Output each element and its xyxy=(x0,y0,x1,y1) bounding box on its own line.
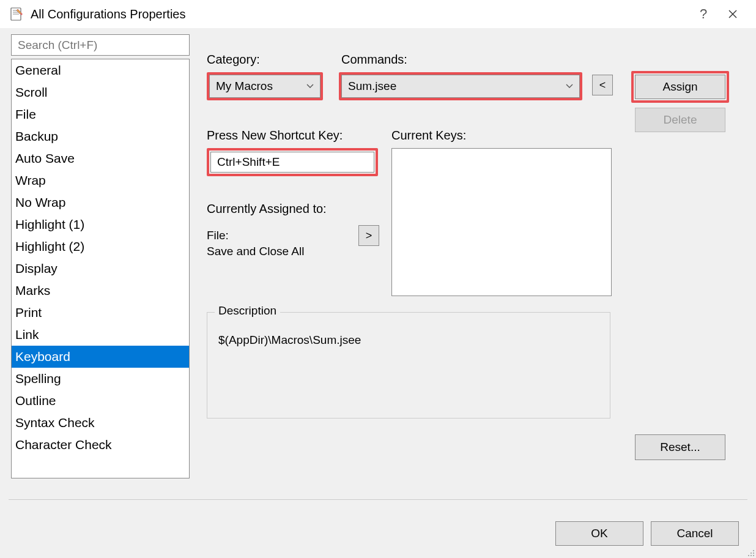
sidebar-item-link[interactable]: Link xyxy=(12,324,189,346)
dialog-body: GeneralScrollFileBackupAuto SaveWrapNo W… xyxy=(0,28,756,558)
svg-point-10 xyxy=(753,552,754,554)
close-button[interactable] xyxy=(718,1,747,27)
description-group: Description $(AppDir)\Macros\Sum.jsee xyxy=(207,312,610,418)
commands-combo[interactable]: Sum.jsee xyxy=(341,75,580,98)
dialog-footer: OK Cancel xyxy=(555,521,739,546)
dialog-title: All Configurations Properties xyxy=(31,7,689,21)
category-label: Category: xyxy=(207,53,323,67)
remove-command-button[interactable]: < xyxy=(592,75,613,95)
sidebar-item-general[interactable]: General xyxy=(12,59,189,81)
category-list[interactable]: GeneralScrollFileBackupAuto SaveWrapNo W… xyxy=(11,59,190,478)
sidebar-item-auto-save[interactable]: Auto Save xyxy=(12,147,189,169)
sidebar-item-marks[interactable]: Marks xyxy=(12,280,189,302)
shortcut-input[interactable] xyxy=(210,152,374,173)
delete-button: Delete xyxy=(635,108,725,132)
category-value: My Macros xyxy=(216,80,273,93)
currently-assigned-label: Currently Assigned to: xyxy=(207,202,327,216)
assigned-line1: File: xyxy=(207,229,305,242)
svg-point-7 xyxy=(750,555,752,556)
assign-button[interactable]: Assign xyxy=(635,75,725,99)
sidebar-item-character-check[interactable]: Character Check xyxy=(12,434,189,456)
sidebar-item-print[interactable]: Print xyxy=(12,302,189,324)
sidebar-item-syntax-check[interactable]: Syntax Check xyxy=(12,412,189,434)
current-keys-label: Current Keys: xyxy=(391,128,466,143)
description-legend: Description xyxy=(215,304,280,318)
svg-point-11 xyxy=(753,550,754,551)
show-more-button[interactable]: > xyxy=(358,225,379,246)
description-text: $(AppDir)\Macros\Sum.jsee xyxy=(218,333,599,347)
sidebar-item-spelling[interactable]: Spelling xyxy=(12,368,189,390)
sidebar-item-no-wrap[interactable]: No Wrap xyxy=(12,192,189,214)
chevron-down-icon xyxy=(566,84,573,89)
chevron-down-icon xyxy=(306,84,314,89)
title-bar: All Configurations Properties ? xyxy=(0,0,756,28)
assigned-line2: Save and Close All xyxy=(207,245,305,258)
press-new-label: Press New Shortcut Key: xyxy=(207,128,343,143)
app-icon xyxy=(9,6,24,22)
sidebar-item-highlight-1-[interactable]: Highlight (1) xyxy=(12,214,189,236)
sidebar-item-scroll[interactable]: Scroll xyxy=(12,81,189,103)
sidebar-item-backup[interactable]: Backup xyxy=(12,125,189,147)
sidebar-item-outline[interactable]: Outline xyxy=(12,390,189,412)
category-combo[interactable]: My Macros xyxy=(209,75,321,98)
sidebar-item-file[interactable]: File xyxy=(12,103,189,125)
sidebar-item-display[interactable]: Display xyxy=(12,258,189,280)
close-icon xyxy=(728,10,737,18)
sidebar-item-highlight-2-[interactable]: Highlight (2) xyxy=(12,236,189,258)
commands-label: Commands: xyxy=(341,53,585,67)
svg-point-9 xyxy=(750,552,752,554)
svg-point-6 xyxy=(748,555,749,556)
search-input[interactable] xyxy=(11,34,190,56)
reset-button[interactable]: Reset... xyxy=(635,434,725,460)
sidebar-item-keyboard[interactable]: Keyboard xyxy=(12,346,189,368)
svg-point-8 xyxy=(753,555,754,556)
ok-button[interactable]: OK xyxy=(555,521,643,546)
cancel-button[interactable]: Cancel xyxy=(651,521,739,546)
help-button[interactable]: ? xyxy=(689,1,718,27)
sidebar-item-wrap[interactable]: Wrap xyxy=(12,169,189,192)
resize-grip[interactable] xyxy=(745,547,755,557)
current-keys-list[interactable] xyxy=(391,148,612,296)
command-value: Sum.jsee xyxy=(348,80,396,93)
separator xyxy=(9,499,747,500)
